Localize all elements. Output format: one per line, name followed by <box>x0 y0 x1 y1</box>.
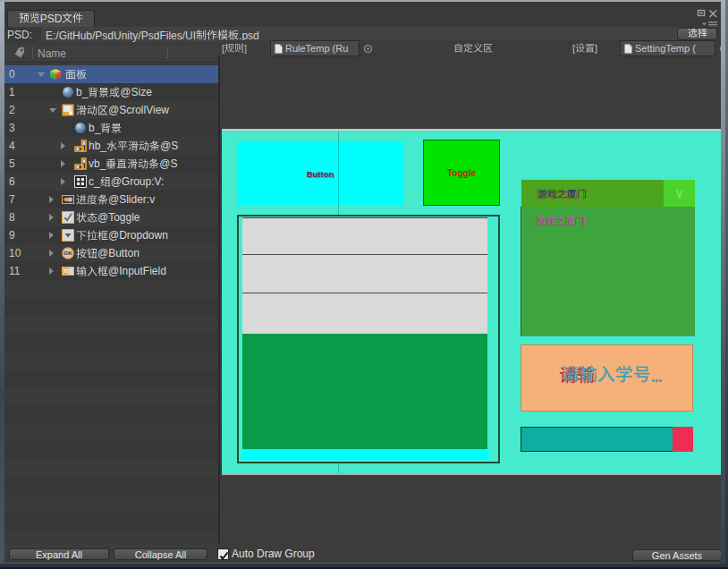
svg-text:TI: TI <box>63 268 68 274</box>
svg-text:OK: OK <box>63 250 72 256</box>
